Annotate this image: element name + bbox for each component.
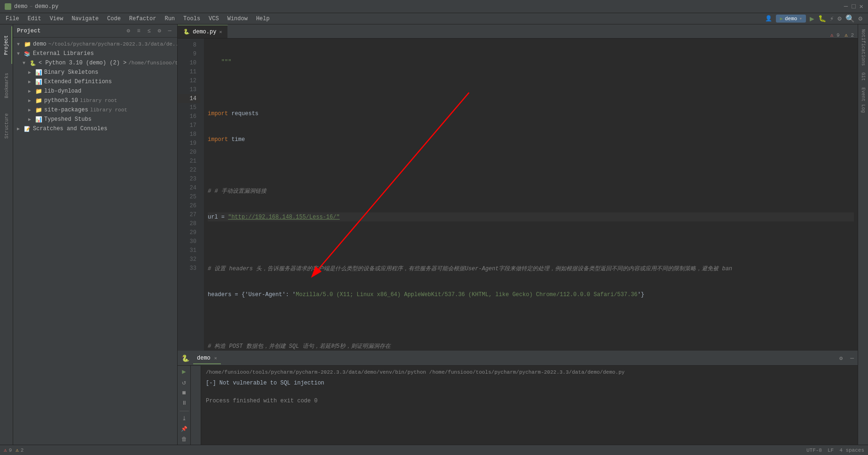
play-button[interactable]: ▶ <box>180 368 188 376</box>
tree-item-demo[interactable]: ▼ 📁 demo ~/tools/pycharm/pycharm-2022.3.… <box>13 39 177 49</box>
vtab-bookmarks[interactable]: Bookmarks <box>1 67 12 104</box>
tree-label-python310-lib: python3.10 <box>44 97 78 104</box>
tree-item-lib-dynload[interactable]: ▶ 📁 lib-dynload <box>13 86 177 96</box>
run-output-line-2 <box>206 388 853 397</box>
tree-arrow-ext-defs: ▶ <box>28 79 35 85</box>
tree-arrow-scratch: ▶ <box>17 126 23 132</box>
menu-help[interactable]: Help <box>252 15 274 23</box>
tree-label-python310: < Python 3.10 (demo) (2) > <box>39 60 126 66</box>
python-icon: 🐍 <box>29 59 37 67</box>
vtab-notifications[interactable]: Notifications <box>860 26 867 69</box>
menu-refactor[interactable]: Refactor <box>125 15 160 23</box>
pin-button[interactable]: 📌 <box>180 425 188 433</box>
run-tab-demo[interactable]: demo ✕ <box>193 353 221 364</box>
more-button[interactable]: ⚙ <box>837 15 841 23</box>
run-config[interactable]: ▶ demo ▾ <box>776 15 806 23</box>
panel-collapse-icon[interactable]: ≤ <box>145 27 153 35</box>
tree-item-scratches[interactable]: ▶ 📝 Scratches and Consoles <box>13 124 177 133</box>
trash-button[interactable]: 🗑 <box>180 435 188 443</box>
menu-view[interactable]: View <box>46 15 67 23</box>
profile-button[interactable]: ⚡ <box>830 15 834 23</box>
minimize-button[interactable]: ─ <box>844 3 848 10</box>
tree-label-extended-defs: Extended Definitions <box>44 78 112 85</box>
search-everywhere-button[interactable]: 🔍 <box>845 14 855 24</box>
bookmarks-strip <box>191 366 201 445</box>
indent-status[interactable]: 4 spaces <box>839 447 864 453</box>
panel-header: Project ⚙ ≡ ≤ ⚙ ─ <box>13 24 177 38</box>
code-line-9 <box>208 83 854 92</box>
panel-close-icon[interactable]: ─ <box>166 27 173 35</box>
suspend-button[interactable]: ⏸ <box>180 400 188 407</box>
panel-settings-icon[interactable]: ⚙ <box>156 27 163 35</box>
vtab-project[interactable]: Project <box>1 26 12 64</box>
lib-icon: 📚 <box>23 50 31 57</box>
run-minimize-icon[interactable]: ─ <box>850 355 854 362</box>
line-ending-status[interactable]: LF <box>828 447 834 453</box>
user-icon[interactable]: 👤 <box>765 15 772 22</box>
run-config-label: demo <box>785 16 797 22</box>
tree-arrow-ext: ▼ <box>17 51 23 56</box>
folder-icon-2: 📊 <box>35 69 42 76</box>
menu-code[interactable]: Code <box>103 15 125 23</box>
tree-item-typeshed[interactable]: ▶ 📊 Typeshed Stubs <box>13 115 177 124</box>
menu-file[interactable]: File <box>2 15 23 23</box>
error-status[interactable]: ⚠ 9 ⚠ 2 <box>4 447 23 453</box>
tree-item-python310[interactable]: ▼ 🐍 < Python 3.10 (demo) (2) > /home/fun… <box>13 58 177 68</box>
stop-button[interactable]: ■ <box>180 389 188 397</box>
run-body: ▶ ↺ ■ ⏸ ⤓ 📌 🗑 /home/funsiooo/tool <box>178 366 858 445</box>
run-tab-close[interactable]: ✕ <box>214 355 217 361</box>
run-button[interactable]: ▶ <box>810 14 814 24</box>
settings-button[interactable]: ⚙ <box>859 15 862 23</box>
gutter <box>200 39 204 351</box>
menu-vcs[interactable]: VCS <box>205 15 223 23</box>
menu-edit[interactable]: Edit <box>24 15 45 23</box>
close-button[interactable]: ✕ <box>860 2 863 10</box>
title-file: demo.py <box>35 3 58 10</box>
code-line-12 <box>208 161 854 170</box>
tab-label-demo-py: demo.py <box>193 29 216 35</box>
tree-sublabel-site-packages: library root <box>90 107 127 113</box>
tree-area: ▼ 📁 demo ~/tools/pycharm/pycharm-2022.3.… <box>13 38 177 445</box>
menu-navigate[interactable]: Navigate <box>68 15 102 23</box>
panel-expand-icon[interactable]: ≡ <box>135 27 142 35</box>
vtab-git[interactable]: Git <box>860 70 867 84</box>
tree-item-binary-skeletons[interactable]: ▶ 📊 Binary Skeletons <box>13 68 177 77</box>
debug-button[interactable]: 🐛 <box>818 15 826 23</box>
tree-item-external-libs[interactable]: ▼ 📚 External Libraries <box>13 49 177 58</box>
tree-sublabel-python310-lib: library root <box>80 98 117 103</box>
rerun-button[interactable]: ↺ <box>180 378 188 386</box>
tree-arrow-lib-dyn: ▶ <box>28 88 35 94</box>
panel-gear-icon[interactable]: ⚙ <box>125 27 132 35</box>
run-settings-icon[interactable]: ⚙ <box>839 355 843 362</box>
menu-run[interactable]: Run <box>161 15 179 23</box>
code-content[interactable]: """ import requests import time # # 手动设置… <box>204 39 858 351</box>
tree-arrow-typeshed: ▶ <box>28 117 35 122</box>
code-line-16: # 设置 headers 头，告诉服务器请求的客户端是什么类型的设备或应用程序，… <box>208 264 854 273</box>
tree-label-lib-dynload: lib-dynload <box>44 88 81 94</box>
menu-tools[interactable]: Tools <box>180 15 204 23</box>
menu-window[interactable]: Window <box>224 15 251 23</box>
folder-icon-7: 📊 <box>35 116 42 123</box>
tree-arrow-bin: ▶ <box>28 70 35 75</box>
tree-item-python310-lib[interactable]: ▶ 📁 python3.10 library root <box>13 96 177 105</box>
code-line-10: import requests <box>208 109 854 118</box>
tree-item-site-packages[interactable]: ▶ 📁 site-packages library root <box>13 105 177 115</box>
vtab-structure[interactable]: Structure <box>1 107 12 145</box>
tree-item-extended-defs[interactable]: ▶ 📊 Extended Definitions <box>13 77 177 86</box>
run-tab-label: demo <box>197 355 211 361</box>
tree-arrow-site: ▶ <box>28 107 35 113</box>
tab-demo-py[interactable]: 🐍 demo.py ✕ <box>178 25 228 38</box>
maximize-button[interactable]: □ <box>852 3 855 10</box>
title-bar: demo – demo.py ─ □ ✕ <box>0 0 868 13</box>
line-numbers: 8 9 10 11 12 13 14 15 16 17 18 19 20 21 <box>178 39 200 351</box>
scroll-end-button[interactable]: ⤓ <box>180 415 188 423</box>
tab-close-demo-py[interactable]: ✕ <box>219 29 222 35</box>
run-output[interactable]: /home/funsiooo/tools/pycharm/pycharm-202… <box>201 366 858 445</box>
py-file-icon: 🐍 <box>183 29 190 35</box>
status-bar: ⚠ 9 ⚠ 2 UTF-8 LF 4 spaces <box>0 445 868 455</box>
encoding-status[interactable]: UTF-8 <box>806 447 822 453</box>
code-editor[interactable]: 8 9 10 11 12 13 14 15 16 17 18 19 20 21 <box>178 39 858 351</box>
scratch-icon: 📝 <box>23 125 31 133</box>
vtab-event-log[interactable]: Event Log <box>860 85 867 116</box>
menu-bar: File Edit View Navigate Code Refactor Ru… <box>0 13 868 24</box>
